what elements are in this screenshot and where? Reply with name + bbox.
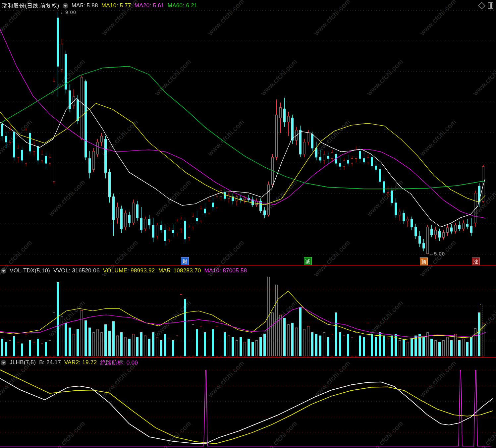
vvol-value: VVOL: 316520.06 — [53, 267, 100, 274]
panel-layout-icon[interactable] — [488, 2, 493, 9]
price-annotation: ←9.00 — [60, 9, 76, 15]
ma5-value: MA5: 5.88 — [72, 2, 98, 9]
diamond-icon[interactable] — [478, 2, 486, 10]
ma10-value: MA10: 5.77 — [101, 2, 131, 9]
event-marker-badge: 财 — [181, 257, 189, 265]
event-marker-badge: 预 — [420, 257, 428, 265]
indicator-pane-header: JLHB(7,5) B: 24.17 VAR2: 19.72 绝路航标: 0.0… — [1, 358, 138, 367]
volume-ma10-value: MA10: 87005.58 — [204, 267, 247, 274]
ma20-value: MA20: 5.61 — [135, 2, 164, 9]
indicator-var2-value: VAR2: 19.72 — [64, 359, 97, 366]
stock-title: 瑞和股份(日线.前复权) — [2, 2, 59, 10]
event-marker-badge: 减 — [304, 257, 312, 265]
volume-value: VOLUME: 98993.92 — [103, 267, 155, 274]
ma60-value: MA60: 6.21 — [168, 2, 197, 9]
indicator-jl-value: 绝路航标: 0.00 — [100, 359, 138, 366]
main-pane-header: 瑞和股份(日线.前复权) MA5: 5.88 MA10: 5.77 MA20: … — [2, 1, 197, 10]
collapse-chevron-icon[interactable] — [63, 3, 68, 9]
indicator-name: JLHB(7,5) — [10, 359, 36, 366]
volume-indicator-name: VOL-TDX(5,10) — [10, 267, 50, 274]
chart-canvas[interactable] — [0, 0, 496, 448]
price-annotation: ←5.00 — [429, 251, 445, 256]
volume-pane-header: VOL-TDX(5,10) VVOL: 316520.06 VOLUME: 98… — [1, 266, 247, 275]
indicator-collapse-chevron-icon[interactable] — [1, 360, 6, 365]
tdx-chart-window: www.cfchi.comwww.cfchi.comwww.cfchi.comw… — [0, 0, 496, 448]
indicator-b-value: B: 24.17 — [39, 359, 61, 366]
window-toolbar — [479, 2, 493, 9]
event-marker-badge: 涨 — [472, 257, 480, 265]
volume-collapse-chevron-icon[interactable] — [1, 268, 6, 274]
volume-ma5-value: MA5: 108283.70 — [158, 267, 201, 274]
